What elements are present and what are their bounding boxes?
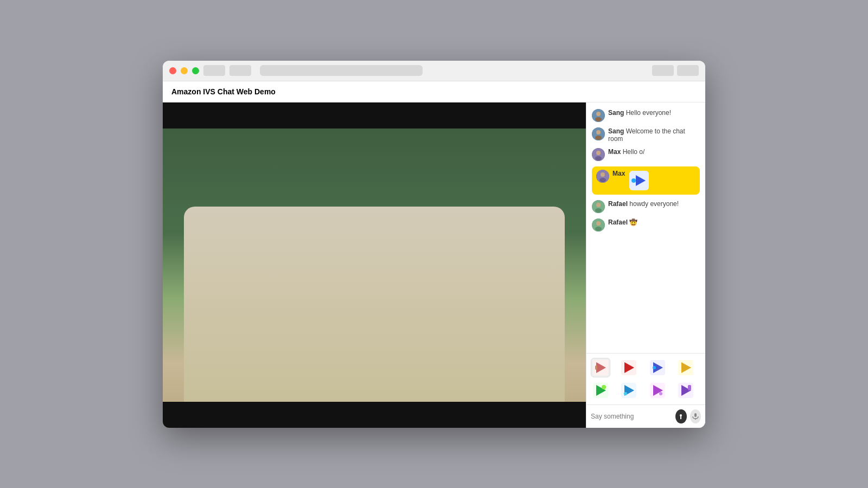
svg-point-7 bbox=[596, 151, 601, 155]
sticker-6[interactable] bbox=[619, 381, 639, 400]
menu-btn[interactable] bbox=[677, 65, 699, 76]
avatar-rafael-1 bbox=[592, 200, 605, 213]
msg-content-6: Rafael 🤠 bbox=[608, 219, 700, 226]
sticker-3[interactable] bbox=[648, 358, 667, 377]
msg-content-5: Rafael howdy everyone! bbox=[608, 200, 700, 208]
titlebar-actions bbox=[652, 65, 699, 76]
svg-rect-42 bbox=[688, 385, 691, 390]
msg-content-2: Sang Welcome to the chat room bbox=[608, 127, 700, 143]
video-scene bbox=[163, 102, 586, 428]
avatar-max-1 bbox=[592, 148, 605, 161]
svg-rect-44 bbox=[680, 416, 681, 419]
msg-text-3: Hello o/ bbox=[623, 148, 645, 156]
message-3: Max Hello o/ bbox=[592, 148, 700, 161]
avatar-sang-1 bbox=[592, 109, 605, 122]
svg-point-19 bbox=[596, 221, 601, 226]
sticker-7[interactable] bbox=[648, 381, 667, 400]
app-window: Amazon IVS Chat Web Demo bbox=[163, 61, 705, 428]
msg-sender-1: Sang bbox=[608, 109, 626, 117]
titlebar bbox=[163, 61, 705, 81]
svg-point-8 bbox=[595, 156, 602, 160]
message-1: Sang Hello everyone! bbox=[592, 109, 700, 122]
svg-point-39 bbox=[659, 392, 662, 395]
sticker-5[interactable] bbox=[591, 381, 610, 400]
sticker-4[interactable] bbox=[676, 358, 695, 377]
msg-sender-4: Max bbox=[612, 170, 625, 177]
svg-point-17 bbox=[595, 208, 602, 213]
message-4: Max bbox=[592, 166, 700, 195]
sticker-grid bbox=[586, 353, 705, 404]
maximize-dot[interactable] bbox=[192, 67, 199, 74]
svg-point-33 bbox=[602, 385, 606, 389]
share-btn[interactable] bbox=[652, 65, 674, 76]
msg-text-6: 🤠 bbox=[629, 219, 637, 226]
url-bar[interactable] bbox=[260, 65, 423, 76]
avatar-max-2 bbox=[596, 170, 609, 183]
avatar-rafael-2 bbox=[592, 219, 605, 232]
sticker-8[interactable] bbox=[676, 381, 695, 400]
sticker-1[interactable] bbox=[591, 358, 610, 377]
send-button[interactable] bbox=[675, 409, 687, 423]
main-content: Sang Hello everyone! Sang Welcome to the… bbox=[163, 102, 705, 428]
sticker-2[interactable] bbox=[619, 358, 639, 377]
chat-input[interactable] bbox=[591, 413, 672, 420]
svg-point-20 bbox=[595, 227, 602, 231]
svg-point-14 bbox=[631, 178, 636, 183]
msg-content-1: Sang Hello everyone! bbox=[608, 109, 700, 117]
svg-point-36 bbox=[624, 392, 627, 395]
chat-input-area bbox=[586, 404, 705, 428]
svg-point-1 bbox=[596, 112, 601, 116]
chat-panel: Sang Hello everyone! Sang Welcome to the… bbox=[586, 102, 705, 428]
mic-button[interactable] bbox=[690, 409, 701, 423]
message-5: Rafael howdy everyone! bbox=[592, 200, 700, 213]
app-title: Amazon IVS Chat Web Demo bbox=[171, 87, 276, 96]
messages-list: Sang Hello everyone! Sang Welcome to the… bbox=[586, 102, 705, 353]
msg-sender-5: Rafael bbox=[608, 200, 629, 208]
msg-text-5: howdy everyone! bbox=[629, 200, 679, 208]
msg-sender-6: Rafael bbox=[608, 219, 629, 226]
minimize-dot[interactable] bbox=[181, 67, 188, 74]
forward-btn[interactable] bbox=[229, 65, 251, 76]
back-btn[interactable] bbox=[203, 65, 225, 76]
app-header: Amazon IVS Chat Web Demo bbox=[163, 81, 705, 102]
message-2: Sang Welcome to the chat room bbox=[592, 127, 700, 143]
msg-sender-3: Max bbox=[608, 148, 623, 156]
svg-point-16 bbox=[596, 203, 601, 207]
svg-rect-45 bbox=[694, 413, 697, 417]
video-area bbox=[163, 102, 586, 428]
svg-point-5 bbox=[595, 136, 602, 140]
svg-point-2 bbox=[595, 117, 602, 121]
sticker-play-blue bbox=[628, 170, 650, 191]
msg-sender-2: Sang bbox=[608, 127, 626, 135]
svg-point-11 bbox=[599, 178, 606, 182]
message-6: Rafael 🤠 bbox=[592, 219, 700, 232]
svg-point-10 bbox=[601, 172, 605, 177]
svg-point-4 bbox=[596, 130, 601, 134]
svg-rect-23 bbox=[595, 365, 597, 370]
msg-content-3: Max Hello o/ bbox=[608, 148, 700, 156]
svg-point-28 bbox=[653, 366, 656, 369]
msg-text-1: Hello everyone! bbox=[626, 109, 671, 117]
avatar-sang-2 bbox=[592, 127, 605, 140]
close-dot[interactable] bbox=[169, 67, 176, 74]
